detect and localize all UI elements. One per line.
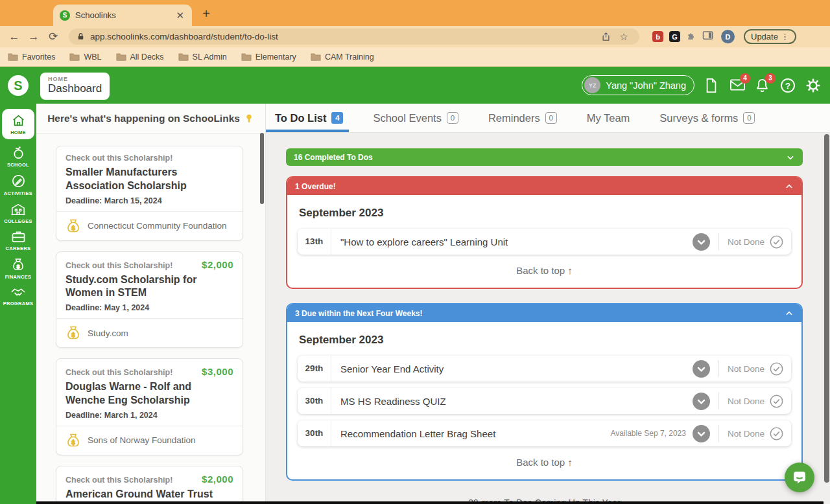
tab-to-do-list[interactable]: To Do List 4 [275,112,343,124]
tab-label: To Do List [275,112,326,124]
mark-done-check-icon[interactable] [770,395,783,408]
expand-chevron-icon[interactable] [693,425,710,442]
user-name: Yang "John" Zhang [606,80,686,91]
completed-todos-label: 16 Completed To Dos [294,153,373,162]
sidebar-item-programs[interactable]: PROGRAMS [1,286,35,306]
reload-icon[interactable]: ⟳ [45,30,61,43]
scholarship-card[interactable]: Check out this Scholarship! Smaller Manu… [56,146,243,241]
puzzle-extensions-icon[interactable] [686,30,696,43]
card-amount: $2,000 [202,259,233,270]
share-icon[interactable] [601,32,611,41]
messages-icon[interactable]: 4 [729,78,745,93]
tab-title: Schoolinks [75,10,169,20]
card-kicker: Check out this Scholarship! [65,368,172,377]
sidebar-item-finances[interactable]: $ FINANCES [1,257,35,280]
active-tab-underline [266,130,349,132]
todo-day: 30th [298,388,331,414]
extension-icon-red[interactable]: b [652,31,663,42]
sidebar-item-label: CAREERS [6,246,31,251]
tab-my-team[interactable]: My Team [587,112,630,124]
card-title: Study.com Scholarship for Women in STEM [65,273,233,301]
main-scrollbar-thumb[interactable] [824,134,829,483]
feed-heading: Here's what's happening on SchooLinks [36,104,265,134]
new-tab-button[interactable]: + [198,6,215,21]
browser-tab-strip: S Schoolinks ✕ + [0,0,830,26]
money-bag-icon: $ [65,325,81,341]
side-panel-icon[interactable] [702,30,713,43]
sidebar-item-careers[interactable]: CAREERS [1,230,35,251]
todo-row[interactable]: 30th MS HS Readiness QUIZ Not Done [298,388,791,414]
forward-icon[interactable]: → [26,30,42,43]
tab-reminders[interactable]: Reminders 0 [488,112,557,124]
todo-day: 30th [298,420,331,446]
bookmark-folder-favorites[interactable]: Favorites [8,52,55,62]
documents-icon[interactable] [704,78,720,93]
card-org-name: Connecticut Community Foundation [88,221,227,231]
overdue-section-header[interactable]: 1 Overdue! [287,178,801,195]
apple-icon [11,145,26,160]
scholarship-card[interactable]: Check out this Scholarship! $3,000 Dougl… [56,358,243,455]
card-org-name: Study.com [88,328,128,338]
notifications-bell-icon[interactable]: 3 [755,78,770,93]
status-label: Not Done [728,429,765,439]
main-content: To Do List 4 School Events 0 Reminders 0… [266,104,830,504]
upcoming-section-header[interactable]: 3 Due within the Next Four Weeks! [287,304,801,322]
card-kicker: Check out this Scholarship! [65,475,172,485]
user-menu[interactable]: YZ Yang "John" Zhang [582,75,694,95]
scholarship-card[interactable]: Check out this Scholarship! $2,000 Study… [56,251,243,349]
chevron-down-icon [786,153,795,162]
sidebar-item-school[interactable]: SCHOOL [1,145,35,168]
tab-count-badge: 0 [447,112,458,124]
page-title-box: HOME Dashboard [40,73,110,100]
expand-chevron-icon[interactable] [693,360,710,378]
extension-icon-dark[interactable]: G [669,31,680,42]
back-to-top-link[interactable]: Back to top ↑ [298,457,791,468]
browser-profile-avatar[interactable]: D [721,30,735,43]
todo-row[interactable]: 30th Recommendation Letter Brag Sheet Av… [298,420,791,446]
available-date-label: Available Sep 7, 2023 [610,429,686,438]
app-header: S HOME Dashboard YZ Yang "John" Zhang 4 … [0,67,830,104]
expand-chevron-icon[interactable] [693,393,710,410]
tab-surveys-forms[interactable]: Surveys & forms 0 [659,112,755,124]
bookmark-star-icon[interactable]: ☆ [616,31,632,43]
completed-todos-bar[interactable]: 16 Completed To Dos [286,148,803,166]
sidebar-item-colleges[interactable]: COLLEGES [1,202,35,224]
divider [718,393,719,409]
svg-text:$: $ [71,439,75,446]
mark-done-check-icon[interactable] [770,235,783,249]
chat-launcher-button[interactable] [785,463,814,492]
sidebar-item-activities[interactable]: ACTIVITIES [1,174,35,196]
kebab-menu-icon: ⋮ [781,32,789,41]
schoolinks-logo[interactable]: S [8,75,29,96]
bookmark-folder-elementary[interactable]: Elementary [241,52,296,62]
browser-update-button[interactable]: Update ⋮ [744,29,796,44]
address-bar[interactable]: app.schoolinks.com/dashboard/student/to-… [69,29,639,45]
mark-done-check-icon[interactable] [770,427,783,441]
bookmark-label: Elementary [255,52,296,62]
sidebar-item-home[interactable]: HOME [2,109,34,139]
card-deadline: Deadline: March 15, 2024 [65,196,233,205]
bookmark-folder-sl-admin[interactable]: SL Admin [178,52,227,62]
divider [718,233,719,250]
bookmark-folder-cam-training[interactable]: CAM Training [311,52,374,62]
bookmarks-bar: Favorites WBL All Decks SL Admin Element… [0,47,830,67]
browser-tab[interactable]: S Schoolinks ✕ [53,5,192,26]
back-to-top-link[interactable]: Back to top ↑ [298,265,791,276]
tab-school-events[interactable]: School Events 0 [373,112,458,124]
mark-done-check-icon[interactable] [770,362,783,376]
feed-scrollbar-thumb[interactable] [260,133,264,204]
bookmark-folder-all-decks[interactable]: All Decks [116,52,164,62]
help-icon[interactable]: ? [780,78,796,93]
settings-gear-icon[interactable] [805,78,821,93]
extensions-area: b G [652,30,713,43]
back-icon[interactable]: ← [6,30,22,43]
bookmark-folder-wbl[interactable]: WBL [69,52,101,62]
expand-chevron-icon[interactable] [693,233,710,251]
todo-row[interactable]: 13th "How to explore careers" Learning U… [298,229,791,255]
todo-title: Recommendation Letter Brag Sheet [331,428,610,439]
todo-row[interactable]: 29th Senior Year End Activity Not Done [298,356,791,382]
scholarship-card[interactable]: Check out this Scholarship! $2,000 Ameri… [56,466,243,504]
tab-close-icon[interactable]: ✕ [174,10,185,21]
card-kicker: Check out this Scholarship! [65,261,172,270]
scholarship-card-list: Check out this Scholarship! Smaller Manu… [36,134,265,504]
